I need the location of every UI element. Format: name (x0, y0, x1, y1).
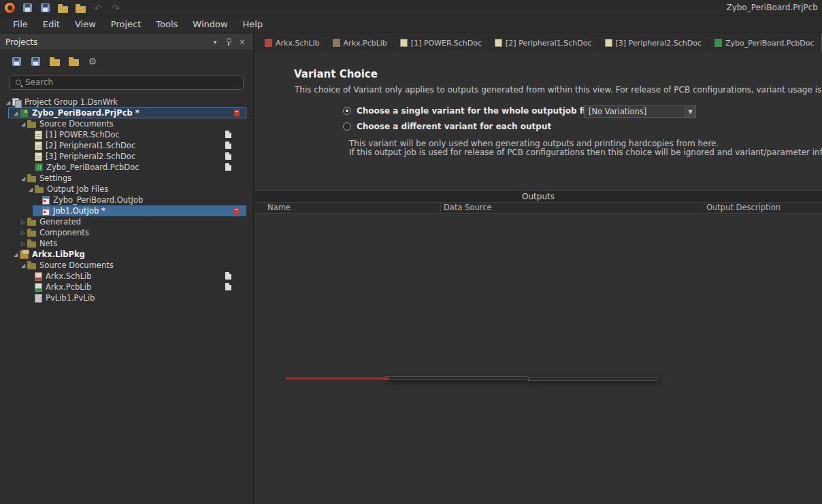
schdoc-icon (35, 141, 42, 150)
panel-dropdown-icon[interactable]: ▾ (210, 37, 220, 48)
folder-icon (27, 263, 36, 269)
expand-arrow-icon[interactable]: ◢ (12, 110, 20, 116)
tree-item-label: Nets (39, 239, 57, 248)
projects-panel-toolbar: ⚙ (0, 50, 253, 72)
expand-arrow-icon[interactable]: ◢ (12, 252, 20, 258)
expand-arrow-icon[interactable]: ◢ (19, 263, 27, 269)
doc-tab-zybo-periboard-pcbdoc[interactable]: Zybo_PeriBoard.PcbDoc (708, 34, 821, 52)
redo-icon[interactable]: ↷ (109, 1, 122, 15)
panel-save-icon[interactable] (10, 54, 23, 68)
tree-item-label: Source Documents (39, 261, 114, 270)
menu-project[interactable]: Project (103, 16, 148, 33)
menu-bar: FileEditViewProjectToolsWindowHelp (0, 16, 822, 33)
pcblib-file-icon (333, 39, 340, 47)
pcbdoc-file-icon (714, 39, 722, 47)
tree-item-zybo-periboard-outjob[interactable]: Zybo_PeriBoard.OutJob (0, 195, 253, 205)
radio-variant-per-output-icon[interactable] (343, 122, 351, 131)
tree-item-source-documents[interactable]: ◢Source Documents (0, 118, 253, 129)
panel-open-folder-icon[interactable] (48, 54, 61, 68)
folder-icon (27, 176, 36, 182)
tree-item-label: Zybo_PeriBoard.PrjPcb * (32, 108, 139, 118)
tree-item-label: Components (39, 228, 89, 237)
tree-item--3-peripheral2-schdoc[interactable]: [3] Peripheral2.SchDoc (0, 151, 253, 162)
expand-arrow-icon[interactable]: ◢ (4, 99, 12, 105)
open-folder-icon[interactable] (56, 1, 69, 15)
variant-dropdown-value: [No Variations] (585, 107, 685, 116)
tree-item-label: Arkx.PcbLib (46, 282, 91, 292)
tree-item-label: Generated (39, 217, 81, 226)
search-icon (16, 80, 21, 85)
doc-tab--3-peripheral2-schdoc[interactable]: [3] Peripheral2.SchDoc (599, 34, 708, 52)
tree-item-label: PvLib1.PvLib (46, 293, 95, 303)
column-header-name[interactable]: Name (254, 203, 441, 213)
altium-logo-icon (3, 1, 16, 15)
open-project-icon[interactable] (73, 1, 87, 15)
chevron-down-icon[interactable]: ▼ (685, 106, 695, 117)
tree-item-output-job-files[interactable]: ◢Output Job Files (0, 184, 253, 195)
tree-item-arkx-schlib[interactable]: Arkx.SchLib (0, 271, 253, 282)
column-header-output-description[interactable]: Output Description (702, 203, 822, 213)
tree-item-nets[interactable]: ▷Nets (0, 238, 253, 249)
tree-item-job1-outjob-[interactable]: Job1.OutJob * (0, 205, 253, 216)
tree-item-generated[interactable]: ▷Generated (0, 216, 253, 227)
menu-help[interactable]: Help (235, 16, 271, 33)
tree-item-label: Project Group 1.DsnWrk (24, 97, 118, 107)
panel-close-icon[interactable]: × (237, 37, 248, 48)
tree-item-zybo-periboard-pcbdoc[interactable]: Zybo_PeriBoard.PcbDoc (0, 162, 253, 173)
menu-edit[interactable]: Edit (35, 16, 67, 33)
schdoc-icon (35, 152, 42, 161)
panel-open-project-icon[interactable] (67, 54, 80, 68)
menu-file[interactable]: File (5, 16, 35, 33)
variant-dropdown[interactable]: [No Variations] ▼ (584, 105, 696, 118)
tree-item-label: [3] Peripheral2.SchDoc (46, 152, 135, 161)
tree-item-arkx-pcblib[interactable]: Arkx.PcbLib (0, 282, 253, 292)
undo-icon[interactable]: ↶ (91, 1, 105, 15)
column-header-data-source[interactable]: Data Source (441, 203, 702, 213)
tree-item-zybo-periboard-prjpcb-[interactable]: ◢Zybo_PeriBoard.PrjPcb * (0, 107, 253, 118)
pcbdoc-icon (35, 163, 43, 171)
collapse-arrow-icon[interactable]: ▷ (19, 241, 27, 247)
menu-tools[interactable]: Tools (148, 16, 185, 33)
doc-tab--1-power-schdoc[interactable]: [1] POWER.SchDoc (394, 34, 489, 52)
expand-arrow-icon[interactable]: ◢ (19, 121, 27, 127)
tree-item--1-power-schdoc[interactable]: [1] POWER.SchDoc (0, 129, 253, 140)
save-all-icon[interactable] (38, 1, 52, 15)
doc-tab-label: Zybo_PeriBoard.PcbDoc (725, 39, 815, 48)
search-input[interactable] (25, 78, 237, 87)
schdoc-icon (35, 131, 42, 139)
tree-item-project-group-1-dsnwrk[interactable]: ◢Project Group 1.DsnWrk (0, 97, 253, 107)
radio-variant-per-output-label: Choose a different variant for each outp… (357, 122, 551, 131)
panel-pin-icon[interactable] (223, 37, 234, 48)
expand-arrow-icon[interactable]: ◢ (19, 175, 27, 182)
tree-item-label: Zybo_PeriBoard.OutJob (53, 195, 143, 205)
expand-arrow-icon[interactable]: ◢ (27, 186, 35, 192)
panel-settings-gear-icon[interactable]: ⚙ (86, 54, 99, 68)
variant-note-line2: If this output job is used for release o… (349, 148, 822, 157)
document-page-icon (225, 283, 231, 290)
project-tree: ◢Project Group 1.DsnWrk◢Zybo_PeriBoard.P… (0, 97, 253, 303)
doc-tab-arkx-pcblib[interactable]: Arkx.PcbLib (327, 34, 394, 52)
tree-item-settings[interactable]: ◢Settings (0, 173, 253, 184)
radio-single-variant[interactable]: Choose a single variant for the whole ou… (343, 105, 594, 116)
radio-single-variant-icon[interactable] (343, 107, 351, 115)
radio-variant-per-output[interactable]: Choose a different variant for each outp… (343, 121, 551, 132)
menu-window[interactable]: Window (185, 16, 235, 33)
tree-item-pvlib1-pvlib[interactable]: PvLib1.PvLib (0, 292, 253, 303)
save-icon[interactable] (20, 1, 34, 15)
tree-item-components[interactable]: ▷Components (0, 227, 253, 238)
doc-tab--2-peripheral1-schdoc[interactable]: [2] Peripheral1.SchDoc (489, 34, 598, 52)
tree-item--2-peripheral1-schdoc[interactable]: [2] Peripheral1.SchDoc (0, 140, 253, 151)
menu-view[interactable]: View (67, 16, 103, 33)
doc-tab-arkx-schlib[interactable]: Arkx.SchLib (259, 34, 327, 52)
schlib-icon (35, 272, 42, 281)
outjob-icon (42, 207, 50, 216)
tree-item-arkx-libpkg[interactable]: ◢Arkx.LibPkg (0, 249, 253, 260)
outputs-column-headers: Name Data Source Output Description (254, 203, 822, 214)
collapse-arrow-icon[interactable]: ▷ (19, 230, 27, 236)
panel-save-all-icon[interactable] (29, 54, 42, 68)
tree-item-label: [1] POWER.SchDoc (46, 130, 120, 139)
pcblib-icon (35, 283, 42, 292)
tree-item-source-documents[interactable]: ◢Source Documents (0, 260, 253, 271)
collapse-arrow-icon[interactable]: ▷ (19, 219, 27, 225)
search-box[interactable] (10, 75, 244, 90)
